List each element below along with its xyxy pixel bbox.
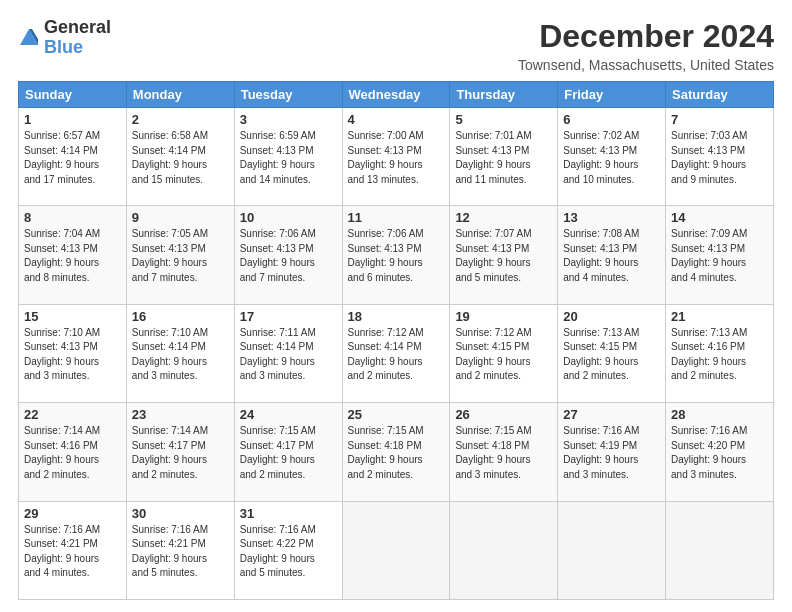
calendar-week-5: 29Sunrise: 7:16 AM Sunset: 4:21 PM Dayli… bbox=[19, 501, 774, 599]
calendar-cell: 3Sunrise: 6:59 AM Sunset: 4:13 PM Daylig… bbox=[234, 108, 342, 206]
day-info: Sunrise: 7:14 AM Sunset: 4:16 PM Dayligh… bbox=[24, 424, 121, 482]
calendar-cell: 4Sunrise: 7:00 AM Sunset: 4:13 PM Daylig… bbox=[342, 108, 450, 206]
day-number: 18 bbox=[348, 309, 445, 324]
day-info: Sunrise: 7:05 AM Sunset: 4:13 PM Dayligh… bbox=[132, 227, 229, 285]
day-number: 20 bbox=[563, 309, 660, 324]
calendar-header-tuesday: Tuesday bbox=[234, 82, 342, 108]
day-number: 10 bbox=[240, 210, 337, 225]
day-number: 22 bbox=[24, 407, 121, 422]
calendar-cell: 17Sunrise: 7:11 AM Sunset: 4:14 PM Dayli… bbox=[234, 304, 342, 402]
calendar-cell: 27Sunrise: 7:16 AM Sunset: 4:19 PM Dayli… bbox=[558, 403, 666, 501]
calendar-cell: 6Sunrise: 7:02 AM Sunset: 4:13 PM Daylig… bbox=[558, 108, 666, 206]
calendar-week-3: 15Sunrise: 7:10 AM Sunset: 4:13 PM Dayli… bbox=[19, 304, 774, 402]
calendar-cell: 18Sunrise: 7:12 AM Sunset: 4:14 PM Dayli… bbox=[342, 304, 450, 402]
calendar-cell: 21Sunrise: 7:13 AM Sunset: 4:16 PM Dayli… bbox=[666, 304, 774, 402]
calendar-cell: 25Sunrise: 7:15 AM Sunset: 4:18 PM Dayli… bbox=[342, 403, 450, 501]
calendar-header-thursday: Thursday bbox=[450, 82, 558, 108]
calendar-cell: 24Sunrise: 7:15 AM Sunset: 4:17 PM Dayli… bbox=[234, 403, 342, 501]
calendar-cell: 1Sunrise: 6:57 AM Sunset: 4:14 PM Daylig… bbox=[19, 108, 127, 206]
day-info: Sunrise: 6:57 AM Sunset: 4:14 PM Dayligh… bbox=[24, 129, 121, 187]
day-info: Sunrise: 7:14 AM Sunset: 4:17 PM Dayligh… bbox=[132, 424, 229, 482]
calendar-cell: 5Sunrise: 7:01 AM Sunset: 4:13 PM Daylig… bbox=[450, 108, 558, 206]
day-number: 6 bbox=[563, 112, 660, 127]
day-number: 15 bbox=[24, 309, 121, 324]
calendar-header-row: SundayMondayTuesdayWednesdayThursdayFrid… bbox=[19, 82, 774, 108]
day-info: Sunrise: 7:02 AM Sunset: 4:13 PM Dayligh… bbox=[563, 129, 660, 187]
day-number: 19 bbox=[455, 309, 552, 324]
day-info: Sunrise: 7:12 AM Sunset: 4:14 PM Dayligh… bbox=[348, 326, 445, 384]
day-info: Sunrise: 7:15 AM Sunset: 4:17 PM Dayligh… bbox=[240, 424, 337, 482]
day-number: 29 bbox=[24, 506, 121, 521]
day-number: 16 bbox=[132, 309, 229, 324]
calendar-cell bbox=[666, 501, 774, 599]
page: General Blue December 2024 Townsend, Mas… bbox=[0, 0, 792, 612]
day-number: 24 bbox=[240, 407, 337, 422]
calendar-cell: 2Sunrise: 6:58 AM Sunset: 4:14 PM Daylig… bbox=[126, 108, 234, 206]
calendar-cell bbox=[342, 501, 450, 599]
day-info: Sunrise: 7:13 AM Sunset: 4:15 PM Dayligh… bbox=[563, 326, 660, 384]
title-block: December 2024 Townsend, Massachusetts, U… bbox=[518, 18, 774, 73]
calendar-cell: 30Sunrise: 7:16 AM Sunset: 4:21 PM Dayli… bbox=[126, 501, 234, 599]
day-number: 5 bbox=[455, 112, 552, 127]
day-number: 8 bbox=[24, 210, 121, 225]
day-info: Sunrise: 7:08 AM Sunset: 4:13 PM Dayligh… bbox=[563, 227, 660, 285]
calendar-header-monday: Monday bbox=[126, 82, 234, 108]
calendar-header-wednesday: Wednesday bbox=[342, 82, 450, 108]
day-number: 21 bbox=[671, 309, 768, 324]
calendar-week-2: 8Sunrise: 7:04 AM Sunset: 4:13 PM Daylig… bbox=[19, 206, 774, 304]
calendar-cell: 20Sunrise: 7:13 AM Sunset: 4:15 PM Dayli… bbox=[558, 304, 666, 402]
day-info: Sunrise: 7:10 AM Sunset: 4:13 PM Dayligh… bbox=[24, 326, 121, 384]
calendar-cell: 8Sunrise: 7:04 AM Sunset: 4:13 PM Daylig… bbox=[19, 206, 127, 304]
month-title: December 2024 bbox=[518, 18, 774, 55]
day-info: Sunrise: 7:07 AM Sunset: 4:13 PM Dayligh… bbox=[455, 227, 552, 285]
day-info: Sunrise: 6:59 AM Sunset: 4:13 PM Dayligh… bbox=[240, 129, 337, 187]
day-info: Sunrise: 7:12 AM Sunset: 4:15 PM Dayligh… bbox=[455, 326, 552, 384]
calendar-cell: 13Sunrise: 7:08 AM Sunset: 4:13 PM Dayli… bbox=[558, 206, 666, 304]
day-number: 11 bbox=[348, 210, 445, 225]
calendar-cell: 12Sunrise: 7:07 AM Sunset: 4:13 PM Dayli… bbox=[450, 206, 558, 304]
day-number: 2 bbox=[132, 112, 229, 127]
logo-text: General Blue bbox=[44, 18, 111, 58]
calendar-week-4: 22Sunrise: 7:14 AM Sunset: 4:16 PM Dayli… bbox=[19, 403, 774, 501]
day-info: Sunrise: 7:00 AM Sunset: 4:13 PM Dayligh… bbox=[348, 129, 445, 187]
day-info: Sunrise: 6:58 AM Sunset: 4:14 PM Dayligh… bbox=[132, 129, 229, 187]
day-number: 23 bbox=[132, 407, 229, 422]
calendar-cell: 29Sunrise: 7:16 AM Sunset: 4:21 PM Dayli… bbox=[19, 501, 127, 599]
day-info: Sunrise: 7:15 AM Sunset: 4:18 PM Dayligh… bbox=[348, 424, 445, 482]
day-info: Sunrise: 7:10 AM Sunset: 4:14 PM Dayligh… bbox=[132, 326, 229, 384]
day-number: 14 bbox=[671, 210, 768, 225]
calendar-cell: 14Sunrise: 7:09 AM Sunset: 4:13 PM Dayli… bbox=[666, 206, 774, 304]
day-number: 27 bbox=[563, 407, 660, 422]
day-info: Sunrise: 7:11 AM Sunset: 4:14 PM Dayligh… bbox=[240, 326, 337, 384]
day-info: Sunrise: 7:06 AM Sunset: 4:13 PM Dayligh… bbox=[240, 227, 337, 285]
logo-icon bbox=[18, 27, 40, 49]
day-number: 30 bbox=[132, 506, 229, 521]
day-number: 3 bbox=[240, 112, 337, 127]
day-number: 9 bbox=[132, 210, 229, 225]
calendar-cell: 22Sunrise: 7:14 AM Sunset: 4:16 PM Dayli… bbox=[19, 403, 127, 501]
day-info: Sunrise: 7:06 AM Sunset: 4:13 PM Dayligh… bbox=[348, 227, 445, 285]
calendar-table: SundayMondayTuesdayWednesdayThursdayFrid… bbox=[18, 81, 774, 600]
calendar-cell: 9Sunrise: 7:05 AM Sunset: 4:13 PM Daylig… bbox=[126, 206, 234, 304]
calendar-cell: 15Sunrise: 7:10 AM Sunset: 4:13 PM Dayli… bbox=[19, 304, 127, 402]
day-info: Sunrise: 7:16 AM Sunset: 4:21 PM Dayligh… bbox=[24, 523, 121, 581]
day-number: 25 bbox=[348, 407, 445, 422]
day-number: 4 bbox=[348, 112, 445, 127]
day-info: Sunrise: 7:03 AM Sunset: 4:13 PM Dayligh… bbox=[671, 129, 768, 187]
day-number: 1 bbox=[24, 112, 121, 127]
day-number: 17 bbox=[240, 309, 337, 324]
calendar-cell: 19Sunrise: 7:12 AM Sunset: 4:15 PM Dayli… bbox=[450, 304, 558, 402]
calendar-cell: 16Sunrise: 7:10 AM Sunset: 4:14 PM Dayli… bbox=[126, 304, 234, 402]
day-info: Sunrise: 7:04 AM Sunset: 4:13 PM Dayligh… bbox=[24, 227, 121, 285]
calendar-week-1: 1Sunrise: 6:57 AM Sunset: 4:14 PM Daylig… bbox=[19, 108, 774, 206]
calendar-cell bbox=[450, 501, 558, 599]
day-number: 26 bbox=[455, 407, 552, 422]
day-info: Sunrise: 7:01 AM Sunset: 4:13 PM Dayligh… bbox=[455, 129, 552, 187]
logo: General Blue bbox=[18, 18, 111, 58]
calendar-cell: 10Sunrise: 7:06 AM Sunset: 4:13 PM Dayli… bbox=[234, 206, 342, 304]
day-number: 12 bbox=[455, 210, 552, 225]
day-number: 13 bbox=[563, 210, 660, 225]
calendar-cell: 7Sunrise: 7:03 AM Sunset: 4:13 PM Daylig… bbox=[666, 108, 774, 206]
day-number: 31 bbox=[240, 506, 337, 521]
calendar-cell: 11Sunrise: 7:06 AM Sunset: 4:13 PM Dayli… bbox=[342, 206, 450, 304]
